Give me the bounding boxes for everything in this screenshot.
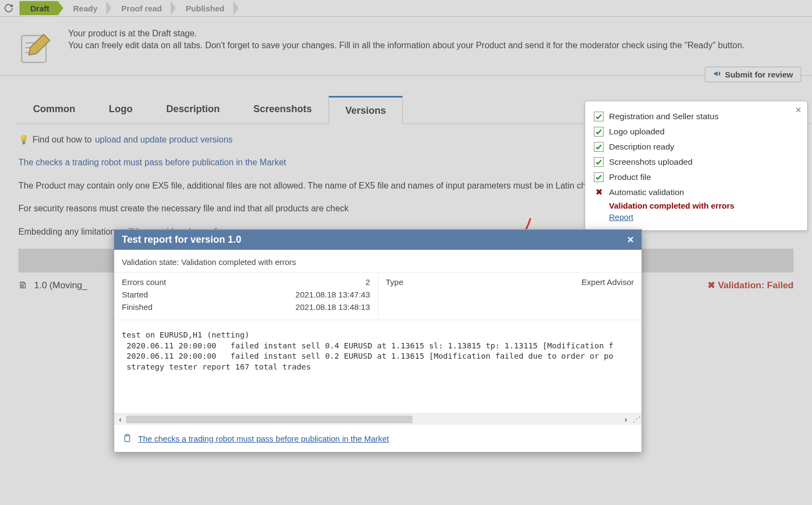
tab-versions[interactable]: Versions [329, 96, 403, 124]
refresh-icon[interactable] [2, 2, 15, 15]
submit-checklist-popover: ✕ Registration and Seller status Logo up… [585, 101, 808, 231]
check-label: Product file [609, 172, 651, 182]
tab-screenshots[interactable]: Screenshots [237, 95, 329, 124]
check-icon [594, 127, 604, 137]
draft-info-box: Your product is at the Draft stage. You … [0, 17, 812, 76]
upload-hint-link[interactable]: upload and update product versions [95, 133, 232, 147]
validation-error-message: Validation completed with errors [609, 201, 798, 210]
announce-icon [713, 69, 722, 80]
dialog-title: Test report for version 1.0 [122, 234, 241, 245]
check-label: Logo uploaded [609, 127, 665, 137]
tab-description[interactable]: Description [149, 95, 237, 124]
file-icon: 🗎 [18, 278, 28, 293]
cross-icon: ✖ [594, 187, 604, 197]
type-value: Expert Advisor [581, 277, 634, 287]
state-value: Validation completed with errors [181, 257, 296, 267]
check-icon [594, 142, 604, 152]
check-icon [594, 112, 604, 121]
stage-draft[interactable]: Draft [19, 1, 58, 15]
started-value: 2021.08.18 13:47:43 [296, 290, 370, 299]
close-icon[interactable]: ✕ [627, 235, 634, 245]
bulb-icon: 💡 [18, 133, 29, 147]
submit-for-review-button[interactable]: Submit for review [705, 67, 801, 82]
dialog-title-bar: Test report for version 1.0 ✕ [114, 230, 641, 250]
info-line-1: Your product is at the Draft stage. [68, 29, 744, 38]
state-label: Validation state: [122, 257, 181, 267]
test-report-dialog: Test report for version 1.0 ✕ Validation… [114, 229, 642, 302]
errors-count-label: Errors count [122, 277, 166, 287]
tab-common[interactable]: Common [16, 95, 92, 124]
fail-x-icon: ✖ [708, 280, 715, 290]
check-label: Description ready [609, 142, 675, 152]
check-label: Automatic validation [609, 187, 684, 197]
checks-article-link[interactable]: The checks a trading robot must pass bef… [18, 158, 286, 167]
validation-status: Validation: Failed [718, 280, 794, 290]
stage-label: Draft [30, 4, 49, 13]
report-link[interactable]: Report [609, 212, 633, 222]
info-line-2: You can freely edit data on all tabs. Do… [68, 41, 744, 50]
stage-label: Published [186, 4, 225, 13]
check-icon [594, 172, 604, 182]
stage-published[interactable]: Published [175, 1, 233, 15]
stage-breadcrumb: Draft Ready Proof read Published [0, 0, 812, 17]
stage-proofread[interactable]: Proof read [110, 1, 171, 15]
started-label: Started [122, 290, 148, 299]
hint-prefix: Find out how to [32, 133, 91, 147]
type-label: Type [386, 277, 404, 287]
close-icon[interactable]: ✕ [795, 106, 802, 114]
stage-ready[interactable]: Ready [62, 1, 106, 15]
edit-note-icon [15, 27, 57, 69]
check-label: Screenshots uploaded [609, 157, 692, 167]
version-label: 1.0 (Moving_ [34, 278, 87, 293]
errors-count-value: 2 [365, 277, 370, 287]
check-icon [594, 157, 604, 167]
check-label: Registration and Seller status [609, 112, 718, 121]
tab-logo[interactable]: Logo [92, 95, 149, 124]
stage-label: Ready [73, 4, 97, 13]
stage-label: Proof read [121, 4, 162, 13]
submit-label: Submit for review [725, 70, 793, 79]
